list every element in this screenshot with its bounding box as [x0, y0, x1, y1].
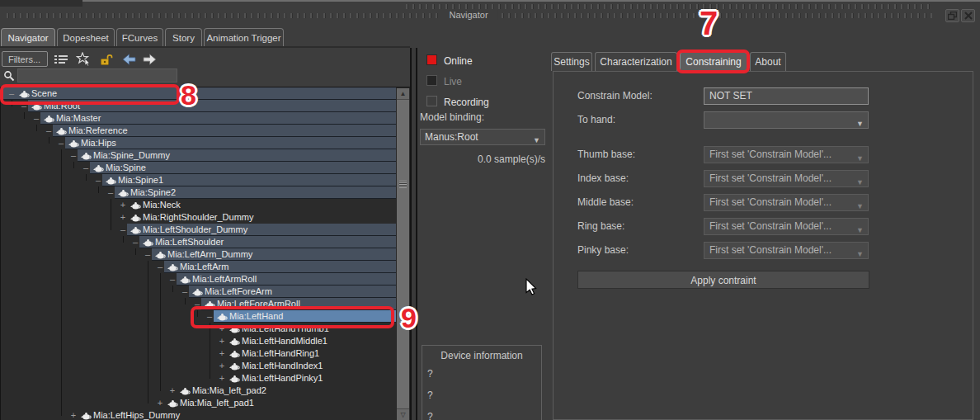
collapse-icon[interactable]: – [155, 262, 165, 272]
tab-fcurves[interactable]: FCurves [116, 28, 163, 46]
scene-tree: +Mia:LeftHips_Dummy+Mia:Mia_left_pad1+Mi… [0, 87, 410, 420]
tree-node-mia-lefthandmiddle1[interactable]: +Mia:LeftHandMiddle1 [1, 335, 396, 347]
back-arrow-icon[interactable] [120, 51, 137, 68]
recording-checkbox[interactable] [426, 96, 437, 106]
tree-guide [135, 248, 136, 255]
live-label: Live [444, 76, 462, 87]
tree-node-mia-spine[interactable]: –Mia:Spine [1, 162, 396, 174]
tab-animation-trigger[interactable]: Animation Trigger [204, 28, 284, 46]
tab-navigator[interactable]: Navigator [1, 28, 55, 46]
model-binding-label: Model binding: [420, 111, 484, 123]
tree-node-mia-lefthandindex1[interactable]: +Mia:LeftHandIndex1 [1, 360, 396, 372]
model-binding-select[interactable]: Manus:Root ▼ [420, 129, 545, 145]
tree-node-mia-hips[interactable]: –Mia:Hips [1, 137, 396, 149]
tree-node-label: Mia:LeftHips_Dummy [93, 410, 180, 420]
expand-icon[interactable]: + [217, 336, 227, 347]
tree-node-mia-lefthandring1[interactable]: +Mia:LeftHandRing1 [1, 347, 396, 360]
expand-icon[interactable]: + [217, 348, 227, 359]
collapse-icon[interactable]: – [81, 163, 91, 173]
live-checkbox[interactable] [426, 75, 437, 86]
expand-icon[interactable]: + [155, 398, 165, 408]
collapse-icon[interactable]: – [93, 175, 103, 186]
restore-window-button[interactable] [945, 9, 959, 22]
expand-icon[interactable]: + [118, 212, 128, 223]
expand-icon[interactable]: + [68, 410, 78, 420]
to-hand-dropdown[interactable]: ▼ [704, 111, 869, 129]
model-icon [80, 411, 92, 420]
annotation-number-7: 7 [700, 5, 718, 42]
tree-node-mia-lefthandpinky1[interactable]: +Mia:LeftHandPinky1 [1, 372, 396, 385]
tree-scrollbar[interactable]: ▲ ▽ [396, 87, 410, 420]
model-icon [105, 176, 117, 186]
tree-node-mia-leftshoulder[interactable]: –Mia:LeftShoulder [1, 236, 396, 248]
collapse-icon[interactable]: – [106, 187, 115, 198]
search-input[interactable] [17, 68, 177, 83]
tab-dopesheet[interactable]: Dopesheet [57, 28, 115, 46]
tab-label: FCurves [122, 33, 158, 43]
forward-arrow-icon[interactable] [141, 51, 158, 68]
tree-node-mia-mia-left-pad2[interactable]: +Mia:Mia_left_pad2 [1, 385, 396, 397]
collapse-icon[interactable]: – [143, 249, 153, 260]
tree-guide [185, 298, 186, 304]
tree-guide [172, 286, 173, 292]
tree-node-mia-leftarmroll[interactable]: –Mia:LeftArmRoll [1, 273, 396, 286]
model-icon [142, 238, 154, 248]
unlock-icon[interactable] [98, 51, 115, 68]
collapse-icon[interactable]: – [180, 286, 190, 297]
scrollbar-grip[interactable] [399, 181, 407, 188]
tree-node-mia-neck[interactable]: +Mia:Neck [1, 199, 396, 211]
tab-label: Characterization [600, 56, 671, 68]
apply-constraint-button[interactable]: Apply contraint [577, 271, 869, 289]
close-window-button[interactable] [961, 9, 975, 22]
collapse-icon[interactable]: – [118, 224, 128, 235]
tree-node-mia-leftforearm[interactable]: –Mia:LeftForeArm [1, 286, 396, 298]
tree-node-mia-master[interactable]: –Mia:Master [1, 112, 396, 125]
model-icon [117, 188, 130, 198]
tree-node-mia-leftarm-dummy[interactable]: –Mia:LeftArm_Dummy [1, 248, 396, 261]
tree-node-mia-spine1[interactable]: –Mia:Spine1 [1, 174, 396, 186]
collapse-icon[interactable]: – [68, 150, 78, 161]
panel-divider[interactable] [410, 48, 417, 420]
collapse-icon[interactable]: – [44, 125, 54, 136]
collapse-icon[interactable]: – [31, 113, 41, 124]
expand-icon[interactable]: + [217, 361, 227, 371]
tree-guide [148, 397, 148, 403]
sample-rate: 0.0 sample(s)/s [420, 153, 545, 165]
tree-node-mia-rightshoulder-dummy[interactable]: +Mia:RightShoulder_Dummy [1, 211, 396, 224]
tree-node-label: Mia:LeftHandPinky1 [242, 373, 323, 384]
list-view-icon[interactable] [53, 51, 69, 68]
scroll-up-icon[interactable]: ▲ [397, 88, 409, 100]
tree-node-mia-leftarm[interactable]: –Mia:LeftArm [1, 261, 396, 273]
model-icon [43, 114, 55, 124]
tab-settings[interactable]: Settings [551, 52, 592, 71]
tree-node-mia-spine-dummy[interactable]: –Mia:Spine_Dummy [1, 149, 396, 162]
tree-guide [36, 125, 37, 131]
tree-node-mia-spine2[interactable]: –Mia:Spine2 [1, 186, 396, 199]
tree-guide [61, 286, 62, 298]
tab-characterization[interactable]: Characterization [595, 52, 677, 71]
tree-node-label: Mia:LeftArm_Dummy [167, 249, 252, 260]
device-info-row: ? [427, 368, 433, 380]
collapse-icon[interactable]: – [56, 138, 66, 149]
scroll-down-icon[interactable]: ▽ [397, 408, 409, 420]
tree-node-mia-leftshoulder-dummy[interactable]: –Mia:LeftShoulder_Dummy [1, 224, 396, 236]
tree-node-mia-lefthips-dummy[interactable]: +Mia:LeftHips_Dummy [1, 409, 396, 420]
model-binding-value: Manus:Root [425, 131, 478, 143]
collapse-icon[interactable]: – [167, 274, 177, 285]
tree-node-mia-mia-left-pad1[interactable]: +Mia:Mia_left_pad1 [1, 397, 396, 409]
tree-node-mia-reference[interactable]: –Mia:Reference [1, 125, 396, 137]
navigator-window: Navigator Navigator Dopesheet FCurves St… [0, 0, 980, 420]
tab-about[interactable]: About [750, 52, 786, 71]
star-cursor-icon[interactable] [76, 51, 92, 68]
collapse-icon[interactable]: – [130, 237, 140, 248]
tab-story[interactable]: Story [165, 28, 202, 46]
expand-icon[interactable]: + [217, 373, 227, 384]
chevron-down-icon: ▼ [856, 151, 864, 167]
filters-button[interactable]: Filters... [2, 51, 48, 67]
constrain-model-field[interactable]: NOT SET [704, 87, 869, 105]
model-icon [92, 163, 105, 173]
expand-icon[interactable]: + [118, 200, 128, 210]
expand-icon[interactable]: + [167, 385, 177, 396]
online-checkbox[interactable] [426, 54, 437, 65]
titlebar-texture [406, 4, 932, 9]
